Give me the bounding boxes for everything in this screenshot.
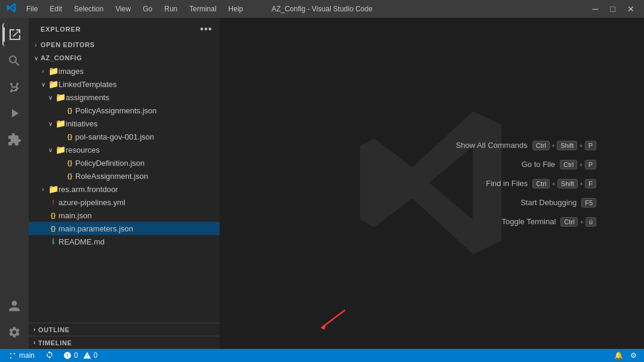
branch-name: main: [19, 351, 35, 360]
az-config-label: AZ_CONFIG: [41, 54, 82, 61]
toggle-terminal-keys: Ctrl + ù: [560, 217, 596, 227]
errors-indicator[interactable]: 0 0: [61, 351, 100, 360]
assignments-label: assignments: [66, 93, 109, 102]
menu-go[interactable]: Go: [138, 4, 157, 14]
menu-file[interactable]: File: [21, 4, 42, 14]
sync-button[interactable]: [43, 351, 56, 361]
initiatives-arrow: ∨: [45, 120, 55, 127]
settings-button[interactable]: ⚙: [628, 351, 639, 360]
pol-santa-file[interactable]: {} pol-santa-gov-001.json: [29, 130, 220, 143]
find-in-files-label: Find in Files: [486, 179, 528, 188]
extensions-activity-icon[interactable]: [2, 128, 26, 151]
start-debugging-keys: F5: [581, 198, 596, 208]
main-json-label: main.json: [58, 211, 92, 220]
resources-label: resources: [66, 146, 100, 154]
explorer-activity-icon[interactable]: [2, 23, 26, 47]
kbd-f: F: [585, 179, 596, 188]
minimize-button[interactable]: ─: [589, 3, 602, 15]
open-editors-label: OPEN EDITORS: [41, 41, 95, 48]
kbd-shift2: Shift: [557, 179, 578, 188]
policy-assignments-icon: {}: [64, 107, 75, 114]
res-arm-folder[interactable]: › 📁 res.arm.frontdoor: [29, 182, 220, 196]
menu-run[interactable]: Run: [159, 4, 182, 14]
resources-arrow: ∨: [45, 147, 55, 153]
main-parameters-icon: {}: [48, 225, 58, 232]
statusbar: main 0 0 🔔 ⚙: [0, 349, 644, 362]
kbd-shift: Shift: [557, 141, 577, 150]
timeline-panel[interactable]: › TIMELINE: [29, 336, 220, 349]
menu-view[interactable]: View: [110, 4, 135, 14]
res-arm-arrow: ›: [38, 186, 48, 193]
window-controls: ─ □ ✕: [589, 3, 638, 15]
find-in-files-row: Find in Files Ctrl + Shift + F: [456, 179, 596, 188]
azure-pipelines-file[interactable]: ! azure-pipelines.yml: [29, 196, 220, 209]
search-activity-icon[interactable]: [2, 49, 26, 73]
sidebar-more-button[interactable]: •••: [200, 24, 212, 35]
kbd-backtick: ù: [586, 217, 596, 227]
branch-indicator[interactable]: main: [5, 351, 38, 360]
res-arm-folder-icon: 📁: [48, 184, 58, 194]
errors-count: 0: [74, 351, 78, 360]
timeline-label: TIMELINE: [38, 339, 72, 346]
menu-edit[interactable]: Edit: [45, 4, 67, 14]
initiatives-folder[interactable]: ∨ 📁 initiatives: [29, 117, 220, 130]
policy-definition-icon: {}: [64, 159, 75, 166]
close-button[interactable]: ✕: [624, 3, 638, 15]
warnings-count: 0: [94, 351, 98, 360]
menu-terminal[interactable]: Terminal: [184, 4, 221, 14]
initiatives-folder-icon: 📁: [55, 119, 66, 128]
assignments-folder-icon: 📁: [55, 92, 66, 102]
main-area: EXPLORER ••• › OPEN EDITORS ∨ AZ_CONFIG …: [0, 18, 644, 349]
linked-templates-folder[interactable]: ∨ 📁 LinkedTemplates: [29, 78, 220, 91]
pol-santa-label: pol-santa-gov-001.json: [75, 132, 154, 141]
go-to-file-keys: Ctrl + P: [560, 160, 596, 169]
kbd-f5: F5: [581, 198, 596, 208]
outline-label: OUTLINE: [38, 326, 70, 333]
show-commands-row: Show All Commands Ctrl + Shift + P: [456, 141, 596, 150]
kbd-p2: P: [585, 160, 596, 169]
policy-definition-file[interactable]: {} PolicyDefinition.json: [29, 156, 220, 169]
role-assignment-icon: {}: [64, 172, 75, 180]
activity-bar-bottom: [2, 294, 26, 349]
az-config-section[interactable]: ∨ AZ_CONFIG: [29, 51, 220, 64]
sidebar: EXPLORER ••• › OPEN EDITORS ∨ AZ_CONFIG …: [29, 18, 220, 349]
kbd-ctrl3: Ctrl: [532, 179, 550, 188]
account-activity-icon[interactable]: [2, 294, 26, 318]
run-activity-icon[interactable]: [2, 101, 26, 125]
role-assignment-file[interactable]: {} RoleAssignment.json: [29, 169, 220, 182]
policy-assignments-file[interactable]: {} PolicyAssignments.json: [29, 104, 220, 117]
maximize-button[interactable]: □: [607, 3, 619, 15]
toggle-terminal-row: Toggle Terminal Ctrl + ù: [456, 217, 596, 227]
source-control-activity-icon[interactable]: [2, 75, 26, 99]
statusbar-right: 🔔 ⚙: [612, 351, 639, 360]
titlebar-left: File Edit Selection View Go Run Terminal…: [6, 2, 248, 16]
main-parameters-file[interactable]: {} main.parameters.json: [29, 222, 220, 235]
resources-folder[interactable]: ∨ 📁 resources: [29, 143, 220, 156]
sidebar-header: EXPLORER •••: [29, 18, 220, 38]
editor-content: Show All Commands Ctrl + Shift + P Go to…: [220, 18, 644, 349]
images-arrow: ›: [38, 68, 48, 75]
settings-activity-icon[interactable]: [2, 320, 26, 344]
main-json-icon: {}: [48, 212, 58, 219]
open-editors-section[interactable]: › OPEN EDITORS: [29, 38, 220, 51]
notification-button[interactable]: 🔔: [612, 351, 625, 360]
outline-panel[interactable]: › OUTLINE: [29, 323, 220, 336]
assignments-folder[interactable]: ∨ 📁 assignments: [29, 91, 220, 104]
menu-help[interactable]: Help: [224, 4, 248, 14]
policy-assignments-label: PolicyAssignments.json: [75, 106, 157, 115]
go-to-file-label: Go to File: [522, 160, 555, 169]
menu-selection[interactable]: Selection: [69, 4, 108, 14]
images-folder[interactable]: › 📁 images: [29, 64, 220, 78]
main-json-file[interactable]: {} main.json: [29, 209, 220, 222]
initiatives-label: initiatives: [66, 119, 97, 128]
linked-templates-arrow: ∨: [38, 81, 48, 88]
azure-pipelines-icon: !: [48, 198, 58, 207]
az-config-arrow: ∨: [31, 55, 41, 61]
assignments-arrow: ∨: [45, 94, 55, 101]
azure-pipelines-label: azure-pipelines.yml: [58, 198, 125, 207]
shortcuts-panel: Show All Commands Ctrl + Shift + P Go to…: [456, 141, 596, 227]
statusbar-left: main 0 0: [5, 351, 100, 361]
resources-folder-icon: 📁: [55, 145, 66, 154]
readme-file[interactable]: ℹ README.md: [29, 235, 220, 248]
policy-definition-label: PolicyDefinition.json: [75, 159, 144, 168]
